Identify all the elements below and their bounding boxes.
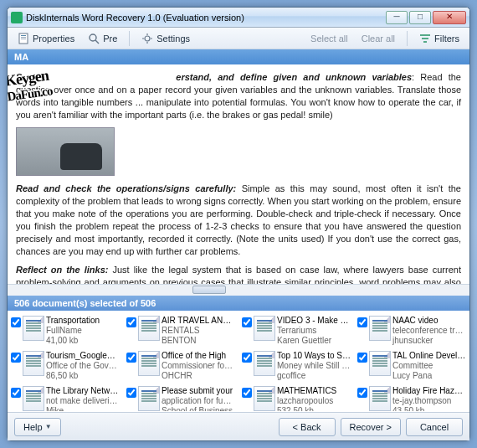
watermark-stamp: Keygen DaFun.co (8, 66, 53, 104)
file-item[interactable]: VIDEO 3 - Make theTerrariumsKaren Guettl… (240, 314, 352, 348)
close-button[interactable]: ✕ (433, 11, 466, 24)
document-icon (254, 316, 275, 341)
main-window: DiskInternals Word Recovery 1.0 (Evaluat… (7, 7, 470, 441)
svg-rect-13 (423, 41, 427, 43)
maximize-button[interactable]: □ (409, 11, 431, 24)
preview-button[interactable]: Pre (83, 31, 122, 46)
document-icon (254, 386, 275, 411)
document-icon (369, 316, 391, 341)
gear-icon (141, 33, 153, 44)
filters-button[interactable]: Filters (414, 31, 464, 46)
clear-all-button[interactable]: Clear all (356, 32, 400, 45)
file-checkbox[interactable] (11, 388, 21, 398)
section-header: MA (8, 49, 469, 64)
document-icon (23, 386, 44, 411)
file-item[interactable]: Tourism_Google_RLS.docOffice of the Gove… (9, 349, 121, 383)
window-title: DiskInternals Word Recovery 1.0 (Evaluat… (26, 13, 386, 23)
file-checkbox[interactable] (357, 317, 367, 327)
document-icon (369, 351, 391, 376)
file-item[interactable]: MATHEMATICSlazcharopoulos532,50 kb (240, 384, 352, 411)
app-icon (11, 12, 23, 23)
minimize-button[interactable]: ─ (386, 11, 408, 24)
file-checkbox[interactable] (242, 388, 252, 398)
settings-button[interactable]: Settings (136, 31, 195, 46)
help-button[interactable]: Help▼ (14, 418, 61, 436)
svg-line-5 (95, 40, 99, 44)
separator (129, 31, 130, 46)
article-image (16, 127, 115, 176)
file-item[interactable]: AIR TRAVEL AND CARRENTALSBENTON (125, 314, 237, 348)
selection-count-bar: 506 document(s) selected of 506 (8, 296, 469, 311)
properties-icon (18, 33, 29, 44)
file-checkbox[interactable] (242, 317, 252, 327)
cancel-button[interactable]: Cancel (406, 418, 463, 436)
properties-button[interactable]: Properties (13, 31, 80, 46)
file-checkbox[interactable] (126, 388, 136, 398)
chevron-down-icon: ▼ (45, 423, 52, 430)
svg-point-4 (90, 34, 96, 41)
file-item[interactable]: TransportationFullName41,00 kb (9, 314, 121, 348)
svg-point-6 (145, 36, 150, 41)
titlebar[interactable]: DiskInternals Word Recovery 1.0 (Evaluat… (8, 8, 469, 28)
svg-rect-3 (21, 39, 26, 39)
file-checkbox[interactable] (357, 353, 367, 363)
file-checkbox[interactable] (11, 317, 21, 327)
document-icon (23, 351, 44, 376)
file-item[interactable]: Please submit yourapplication for fundin… (125, 384, 237, 411)
file-item[interactable]: Office of the HighCommissioner for Human… (125, 349, 237, 383)
file-checkbox[interactable] (126, 317, 136, 327)
scrollbar-thumb[interactable] (192, 286, 226, 294)
recover-button[interactable]: Recover > (341, 418, 401, 436)
file-checkbox[interactable] (126, 353, 136, 363)
toolbar: Properties Pre Settings Select all Clear… (8, 28, 469, 49)
content-area: MA Keygen DaFun.co Scanxxxxxxxxxxxxxxxxx… (8, 49, 469, 412)
file-item[interactable]: Top 10 Ways to SaveMoney while Still Enj… (240, 349, 352, 383)
document-icon (138, 351, 160, 376)
document-icon (138, 316, 160, 341)
document-icon (23, 316, 44, 341)
file-item[interactable]: NAAC videoteleconference transcrip...jhu… (356, 314, 468, 348)
document-icon (138, 386, 160, 411)
document-icon (369, 386, 391, 411)
footer: Help▼ < Back Recover > Cancel (8, 412, 469, 440)
select-all-button[interactable]: Select all (305, 32, 353, 45)
preview-icon (88, 33, 100, 44)
back-button[interactable]: < Back (279, 418, 336, 436)
file-item[interactable]: TAL Online DevelopmentCommitteeLucy Pana (356, 349, 468, 383)
document-icon (254, 351, 275, 376)
file-checkbox[interactable] (11, 353, 21, 363)
file-grid: TransportationFullName41,00 kbAIR TRAVEL… (8, 311, 469, 411)
svg-rect-11 (420, 34, 430, 36)
file-item[interactable]: Holiday Fire Hazardste-jay.thompson43,50… (356, 384, 468, 411)
horizontal-scrollbar[interactable] (8, 284, 469, 296)
file-checkbox[interactable] (357, 388, 367, 398)
separator (407, 31, 408, 46)
filter-icon (419, 33, 431, 44)
file-item[interactable]: The Library Network doesnot make deliver… (9, 384, 121, 411)
svg-rect-1 (21, 35, 26, 36)
svg-rect-12 (422, 38, 428, 39)
file-checkbox[interactable] (242, 353, 252, 363)
svg-rect-2 (21, 37, 26, 38)
article-pane[interactable]: Keygen DaFun.co Scanxxxxxxxxxxxxxxxxxxxx… (8, 64, 469, 284)
